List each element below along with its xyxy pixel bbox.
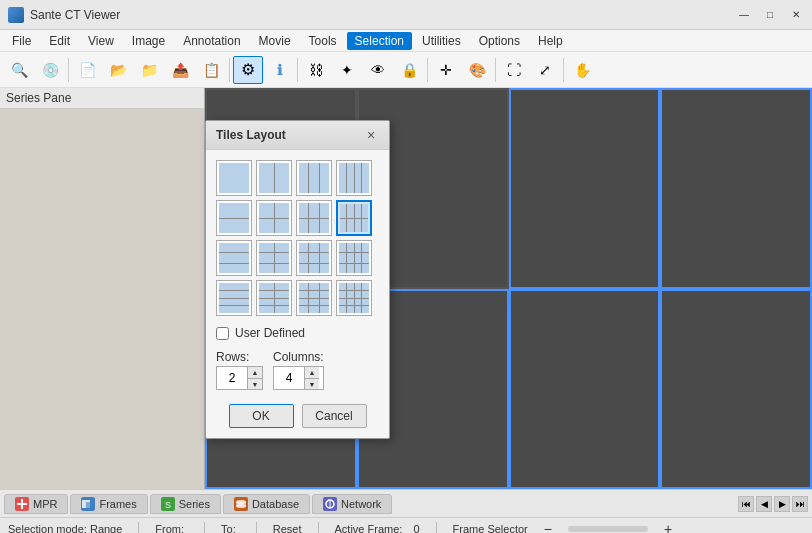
user-defined-checkbox[interactable] xyxy=(216,327,229,340)
cols-label: Columns: xyxy=(273,350,324,364)
tile-3x3[interactable] xyxy=(296,240,332,276)
tile-3x4[interactable] xyxy=(336,240,372,276)
cols-increment[interactable]: ▲ xyxy=(305,367,319,378)
dialog-close-button[interactable]: × xyxy=(363,127,379,143)
tile-3x2[interactable] xyxy=(256,240,292,276)
cols-input[interactable] xyxy=(274,367,304,389)
dialog-body: User Defined Rows: ▲ ▼ Columns: xyxy=(206,150,389,438)
cols-spinner-btns: ▲ ▼ xyxy=(304,367,319,389)
cols-spinner-group: Columns: ▲ ▼ xyxy=(273,350,324,390)
tile-options-grid xyxy=(216,160,379,316)
cols-decrement[interactable]: ▼ xyxy=(305,378,319,389)
tile-2x1[interactable] xyxy=(216,200,252,236)
dialog-title-bar: Tiles Layout × xyxy=(206,121,389,150)
ok-button[interactable]: OK xyxy=(229,404,294,428)
tile-1x2[interactable] xyxy=(256,160,292,196)
tile-4x3[interactable] xyxy=(296,280,332,316)
tile-4x1[interactable] xyxy=(216,280,252,316)
rows-input[interactable] xyxy=(217,367,247,389)
dialog-title-text: Tiles Layout xyxy=(216,128,286,142)
rows-increment[interactable]: ▲ xyxy=(248,367,262,378)
dialog-overlay: Tiles Layout × xyxy=(0,0,812,533)
tile-2x2[interactable] xyxy=(256,200,292,236)
rows-spinner-btns: ▲ ▼ xyxy=(247,367,262,389)
rows-spinner: ▲ ▼ xyxy=(216,366,263,390)
spinner-row: Rows: ▲ ▼ Columns: ▲ xyxy=(216,350,379,390)
tile-4x2[interactable] xyxy=(256,280,292,316)
cols-spinner: ▲ ▼ xyxy=(273,366,324,390)
tile-1x4[interactable] xyxy=(336,160,372,196)
tile-1x1[interactable] xyxy=(216,160,252,196)
tile-1x3[interactable] xyxy=(296,160,332,196)
tile-2x4[interactable] xyxy=(336,200,372,236)
tile-4x4[interactable] xyxy=(336,280,372,316)
user-defined-label[interactable]: User Defined xyxy=(235,326,305,340)
rows-label: Rows: xyxy=(216,350,263,364)
tile-3x1[interactable] xyxy=(216,240,252,276)
rows-spinner-group: Rows: ▲ ▼ xyxy=(216,350,263,390)
tiles-layout-dialog: Tiles Layout × xyxy=(205,120,390,439)
tile-2x3[interactable] xyxy=(296,200,332,236)
cancel-button[interactable]: Cancel xyxy=(302,404,367,428)
rows-decrement[interactable]: ▼ xyxy=(248,378,262,389)
user-defined-row: User Defined xyxy=(216,326,379,340)
dialog-buttons: OK Cancel xyxy=(216,404,379,428)
